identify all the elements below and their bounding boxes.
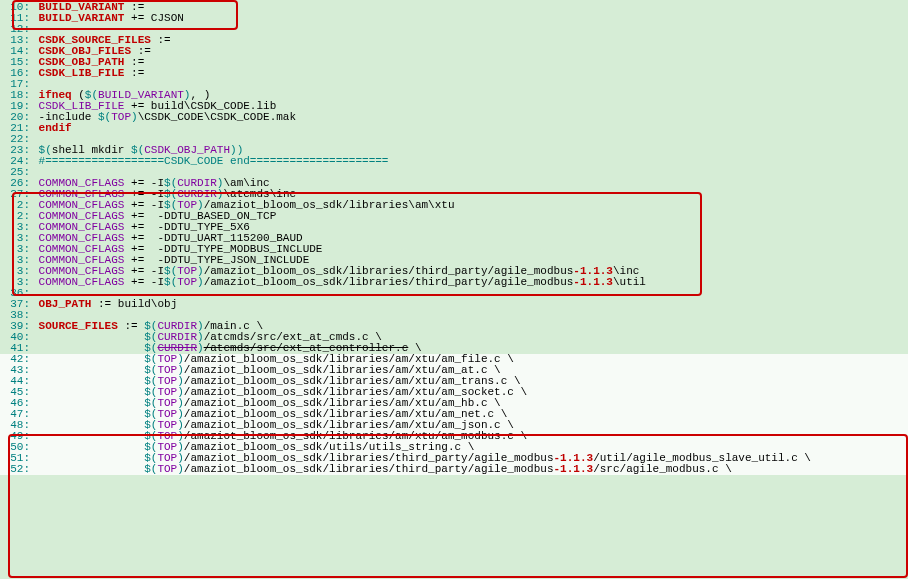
code-line[interactable]: 3: COMMON_CFLAGS += -I$(TOP)/amaziot_blo… — [0, 277, 908, 288]
code-line[interactable]: 37: OBJ_PATH := build\obj — [0, 299, 908, 310]
code-editor[interactable]: 10: BUILD_VARIANT :=11: BUILD_VARIANT +=… — [0, 0, 908, 475]
line-content[interactable]: endif — [32, 123, 908, 134]
line-content[interactable]: BUILD_VARIANT += CJSON — [32, 13, 908, 24]
line-content[interactable]: COMMON_CFLAGS += -I$(TOP)/amaziot_bloom_… — [32, 277, 908, 288]
line-content[interactable]: CSDK_SOURCE_FILES := — [32, 35, 908, 46]
line-content[interactable]: CSDK_LIB_FILE := — [32, 68, 908, 79]
line-number: 52: — [0, 464, 32, 475]
code-line[interactable]: 52: $(TOP)/amaziot_bloom_os_sdk/librarie… — [0, 464, 908, 475]
code-line[interactable]: 20: -include $(TOP)\CSDK_CODE\CSDK_CODE.… — [0, 112, 908, 123]
code-line[interactable]: 16: CSDK_LIB_FILE := — [0, 68, 908, 79]
code-line[interactable]: 21: endif — [0, 123, 908, 134]
line-content[interactable]: CSDK_OBJ_FILES := — [32, 46, 908, 57]
code-line[interactable]: 24: #==================CSDK_CODE end====… — [0, 156, 908, 167]
line-content[interactable]: #==================CSDK_CODE end========… — [32, 156, 908, 167]
line-content[interactable]: OBJ_PATH := build\obj — [32, 299, 908, 310]
line-content[interactable]: -include $(TOP)\CSDK_CODE\CSDK_CODE.mak — [32, 112, 908, 123]
code-line[interactable]: 11: BUILD_VARIANT += CJSON — [0, 13, 908, 24]
line-content[interactable]: $(TOP)/amaziot_bloom_os_sdk/libraries/th… — [32, 464, 908, 475]
line-content[interactable]: CSDK_OBJ_PATH := — [32, 57, 908, 68]
